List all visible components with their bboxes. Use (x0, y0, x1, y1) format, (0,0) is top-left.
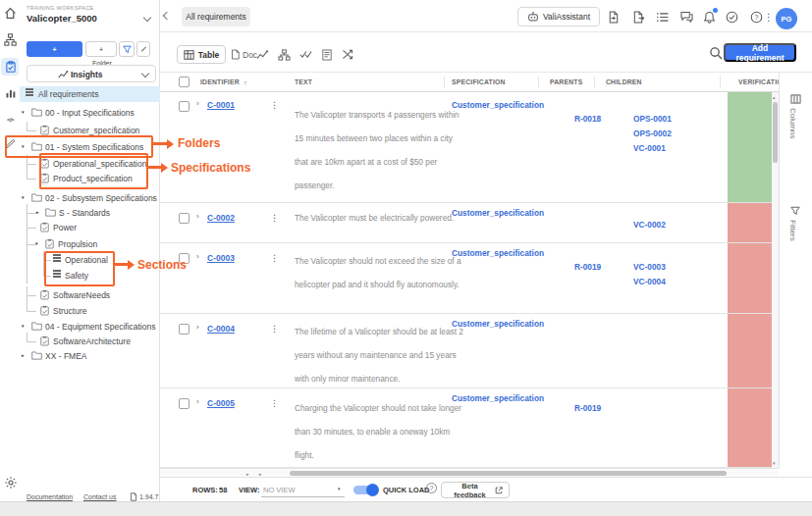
row-kebab-icon[interactable]: ⋮ (270, 324, 279, 334)
filters-panel-tab[interactable]: Filters (788, 220, 797, 241)
caret-down-icon[interactable]: ▾ (22, 194, 25, 200)
tree-spec-softwareneeds[interactable]: SoftwareNeeds (20, 287, 160, 303)
chevron-down-icon[interactable] (143, 14, 151, 22)
column-verification-status[interactable]: VERIFICATION ST (738, 78, 779, 85)
notifications-bell-icon[interactable] (702, 10, 716, 24)
comments-icon[interactable] (679, 10, 693, 24)
tree-folder-02-subsystem[interactable]: ▾ 02 - Subsystem Specifications (20, 190, 160, 206)
vali-assistant-button[interactable]: ValiAssistant (517, 7, 600, 26)
quick-load-toggle[interactable] (353, 486, 377, 494)
expand-row-icon[interactable]: › (196, 99, 199, 108)
parent-link[interactable]: R-0019 (574, 401, 601, 416)
vertical-scrollbar[interactable]: ▴ ▾ (772, 92, 779, 468)
project-sitemap-icon[interactable] (3, 32, 18, 47)
child-link[interactable]: OPS-0002 (633, 127, 672, 141)
task-list-icon[interactable] (655, 10, 669, 24)
documentation-link[interactable]: Documentation (27, 493, 73, 500)
view-select[interactable]: NO VIEW (263, 486, 296, 494)
tree-spec-structure[interactable]: Structure (20, 303, 160, 319)
table-view-button[interactable]: Table (177, 45, 226, 64)
requirement-id-link[interactable]: C-0004 (207, 324, 235, 334)
quick-load-help-icon[interactable]: ? (426, 483, 437, 493)
view-caret-icon[interactable]: ▾ (338, 486, 341, 491)
beta-feedback-button[interactable]: Beta feedback (441, 482, 510, 498)
export-file-icon[interactable] (631, 10, 645, 24)
kebab-menu-icon[interactable]: ⋮ (765, 10, 773, 24)
caret-right-icon[interactable]: ▸ (36, 209, 39, 215)
search-icon[interactable] (708, 45, 723, 60)
home-icon[interactable] (3, 6, 18, 21)
sort-asc-icon[interactable]: ↑ (244, 78, 247, 87)
row-kebab-icon[interactable]: ⋮ (270, 213, 279, 223)
contact-us-link[interactable]: Contact us (83, 493, 116, 500)
settings-gear-icon[interactable] (3, 475, 18, 490)
column-parents[interactable]: PARENTS (550, 78, 582, 85)
scroll-up-icon[interactable]: ▴ (773, 94, 776, 100)
insights-dropdown[interactable]: Insights (27, 65, 156, 82)
row-checkbox[interactable] (179, 213, 189, 224)
filters-icon[interactable] (790, 206, 800, 216)
insights-chart-view-icon[interactable] (255, 47, 270, 62)
tree-spec-propulsion[interactable]: ▾ Propulsion (20, 236, 160, 252)
select-all-checkbox[interactable] (179, 77, 189, 87)
row-kebab-icon[interactable]: ⋮ (270, 100, 279, 110)
caret-right-icon[interactable]: ▸ (22, 352, 25, 358)
row-checkbox[interactable] (179, 101, 189, 112)
child-link[interactable]: OPS-0001 (633, 112, 672, 127)
analysis-chart-icon[interactable] (3, 85, 18, 100)
row-kebab-icon[interactable]: ⋮ (270, 253, 279, 263)
parent-link[interactable]: R-0018 (574, 112, 601, 127)
specification-link[interactable]: Customer_specification (452, 100, 544, 110)
tree-filter-button[interactable] (119, 41, 135, 57)
workspace-name[interactable]: Valicopter_5000 (27, 13, 97, 24)
add-folder-button[interactable]: + Folder (85, 41, 117, 57)
column-children[interactable]: CHILDREN (606, 78, 642, 85)
unlink-matrix-icon[interactable] (340, 47, 354, 62)
help-icon[interactable]: ? (749, 10, 763, 24)
requirement-id-link[interactable]: C-0003 (207, 253, 235, 263)
tab-all-requirements[interactable]: All requirements (182, 7, 250, 26)
user-avatar[interactable]: PG (776, 8, 797, 29)
tree-more-button[interactable] (136, 41, 150, 57)
tree-folder-04-equipment[interactable]: ▾ 04 - Equipment Specifications (20, 319, 160, 335)
specification-link[interactable]: Customer_specification (452, 319, 544, 329)
column-specification[interactable]: SPECIFICATION (452, 78, 506, 85)
columns-icon[interactable] (790, 94, 801, 104)
vertical-scroll-thumb[interactable] (773, 102, 778, 163)
parent-link[interactable]: R-0019 (574, 260, 601, 275)
tree-spec-power[interactable]: Power (20, 220, 160, 235)
horizontal-scrollbar[interactable]: ▸ ◂ (160, 468, 779, 477)
row-checkbox[interactable] (179, 324, 189, 335)
specification-link[interactable]: Customer_specification (452, 393, 544, 403)
child-link[interactable]: VC-0003 (633, 260, 666, 275)
expand-row-icon[interactable]: › (196, 212, 199, 221)
requirements-clipboard-icon[interactable] (3, 59, 18, 74)
specification-link[interactable]: Customer_specification (452, 248, 544, 258)
caret-down-icon[interactable]: ▾ (22, 109, 25, 115)
expand-row-icon[interactable]: › (196, 323, 199, 332)
child-link[interactable]: VC-0002 (633, 218, 666, 232)
row-kebab-icon[interactable]: ⋮ (270, 398, 279, 408)
horizontal-scroll-thumb[interactable] (290, 471, 727, 476)
tree-folder-standards[interactable]: ▸ S - Standards (20, 205, 160, 221)
tree-item-all-requirements[interactable]: All requirements (20, 86, 160, 102)
requirement-id-link[interactable]: C-0002 (207, 213, 235, 223)
hierarchy-view-icon[interactable] (277, 47, 292, 62)
scroll-down-icon[interactable]: ▾ (773, 460, 776, 466)
scripting-code-icon[interactable]: </> (3, 112, 18, 127)
columns-panel-tab[interactable]: Columns (788, 108, 797, 139)
import-file-icon[interactable] (606, 10, 620, 24)
doc-view-button[interactable]: Doc (231, 45, 257, 64)
column-text[interactable]: TEXT (295, 78, 312, 85)
tree-folder-00-input[interactable]: ▾ 00 - Input Specifications (20, 105, 160, 121)
caret-down-icon[interactable]: ▾ (35, 240, 38, 246)
tree-spec-softwarearchitecture[interactable]: SoftwareArchitecture (20, 334, 160, 349)
row-checkbox[interactable] (179, 398, 189, 409)
requirement-id-link[interactable]: C-0001 (207, 100, 235, 110)
caret-down-icon[interactable]: ▾ (22, 323, 25, 329)
verify-all-icon[interactable] (298, 47, 313, 62)
child-link[interactable]: VC-0004 (633, 275, 666, 289)
collapse-sidebar-icon[interactable] (163, 12, 171, 20)
verify-check-circle-icon[interactable] (725, 10, 738, 24)
tree-folder-xx-fmea[interactable]: ▸ XX - FMEA (20, 348, 160, 364)
